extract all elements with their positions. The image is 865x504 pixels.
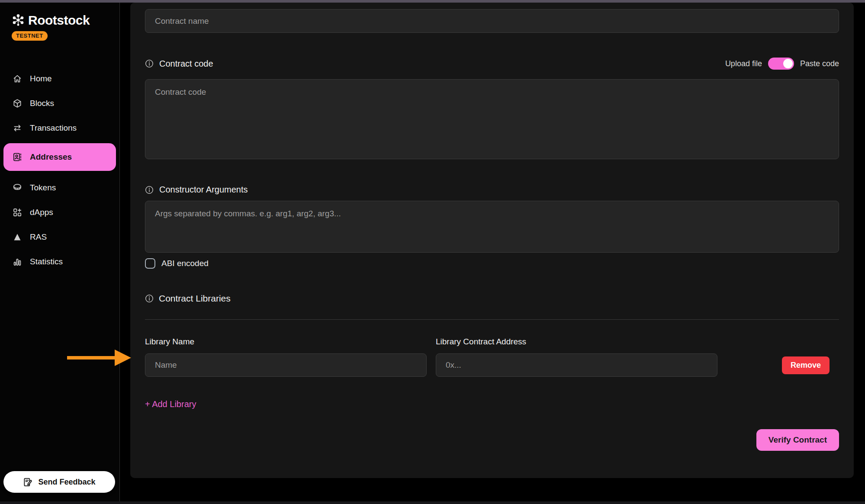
- sidebar: Rootstock TESTNET Home Blocks: [0, 3, 120, 504]
- abi-encoded-row: ABI encoded: [145, 258, 839, 269]
- sidebar-item-ras[interactable]: RAS: [0, 228, 119, 247]
- contract-code-label: Contract code: [159, 59, 213, 69]
- triangle-icon: [12, 232, 23, 242]
- library-name-input[interactable]: [145, 353, 427, 377]
- sidebar-item-label: Statistics: [30, 257, 63, 266]
- remove-library-button[interactable]: Remove: [782, 356, 830, 374]
- verify-contract-button[interactable]: Verify Contract: [756, 429, 839, 451]
- sidebar-item-addresses[interactable]: Addresses: [3, 143, 116, 171]
- library-labels-row: Library Name Library Contract Address: [145, 337, 839, 347]
- toggle-knob: [783, 59, 793, 68]
- contract-code-header: Contract code Upload file Paste code: [145, 58, 839, 70]
- library-address-label: Library Contract Address: [436, 337, 717, 347]
- sidebar-item-label: Transactions: [30, 123, 77, 133]
- constructor-arguments-header: Constructor Arguments: [145, 185, 839, 195]
- sidebar-item-label: Home: [30, 74, 52, 83]
- info-icon[interactable]: [145, 294, 154, 303]
- info-icon[interactable]: [145, 59, 154, 68]
- rootstock-logo-icon: [11, 13, 26, 28]
- sidebar-item-label: Blocks: [30, 99, 54, 108]
- coin-icon: [12, 183, 23, 193]
- constructor-arguments-textarea[interactable]: [145, 201, 839, 253]
- cube-icon: [12, 98, 23, 109]
- sidebar-item-blocks[interactable]: Blocks: [0, 94, 119, 113]
- annotation-arrow-icon: [67, 348, 132, 369]
- testnet-badge: TESTNET: [12, 31, 48, 41]
- abi-encoded-label: ABI encoded: [161, 259, 209, 268]
- paste-code-label: Paste code: [800, 59, 839, 68]
- apps-grid-plus-icon: [12, 207, 23, 218]
- constructor-arguments-label: Constructor Arguments: [159, 185, 248, 195]
- sidebar-item-dapps[interactable]: dApps: [0, 203, 119, 222]
- add-library-link[interactable]: + Add Library: [145, 399, 196, 409]
- feedback-pencil-icon: [23, 477, 33, 487]
- library-address-input[interactable]: [436, 353, 717, 377]
- sidebar-item-label: Tokens: [30, 183, 56, 193]
- verify-contract-panel: Contract code Upload file Paste code Con…: [130, 3, 854, 478]
- section-divider: [145, 319, 839, 320]
- contact-card-icon: [12, 152, 23, 162]
- sidebar-nav: Home Blocks Transactions: [0, 69, 119, 271]
- library-name-label: Library Name: [145, 337, 427, 347]
- sidebar-item-label: Addresses: [30, 152, 72, 162]
- contract-libraries-label: Contract Libraries: [159, 293, 231, 304]
- brand-logo[interactable]: Rootstock TESTNET: [0, 3, 119, 41]
- library-row: Remove: [145, 353, 839, 377]
- sidebar-item-tokens[interactable]: Tokens: [0, 178, 119, 197]
- swap-arrows-icon: [12, 123, 23, 133]
- sidebar-item-label: dApps: [30, 208, 53, 217]
- abi-encoded-checkbox[interactable]: [145, 258, 155, 269]
- sidebar-item-transactions[interactable]: Transactions: [0, 119, 119, 138]
- feedback-label: Send Feedback: [38, 478, 95, 487]
- contract-name-input[interactable]: [145, 9, 839, 33]
- sidebar-item-label: RAS: [30, 232, 47, 242]
- brand-name: Rootstock: [28, 13, 90, 28]
- bar-chart-icon: [12, 257, 23, 267]
- contract-code-textarea[interactable]: [145, 79, 839, 159]
- sidebar-item-statistics[interactable]: Statistics: [0, 252, 119, 271]
- window-bottom-strip: [0, 501, 865, 504]
- sidebar-item-home[interactable]: Home: [0, 69, 119, 88]
- code-mode-toggle[interactable]: [768, 58, 794, 70]
- window-top-strip: [0, 0, 865, 3]
- home-icon: [12, 74, 23, 84]
- code-input-mode-toggle-group: Upload file Paste code: [725, 58, 839, 70]
- upload-file-label: Upload file: [725, 59, 762, 68]
- info-icon[interactable]: [145, 186, 154, 194]
- contract-libraries-header: Contract Libraries: [145, 293, 839, 304]
- send-feedback-button[interactable]: Send Feedback: [3, 471, 115, 493]
